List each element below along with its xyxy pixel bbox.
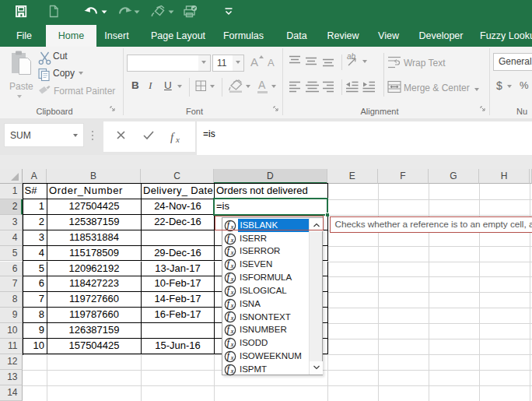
svg-text:x: x [230,276,234,283]
svg-text:ab: ab [347,52,356,61]
svg-text:x: x [230,289,234,296]
svg-text:f: f [170,131,175,143]
svg-text:x: x [230,368,234,375]
svg-text:x: x [175,135,180,144]
svg-text:x: x [230,329,234,336]
svg-text:x: x [230,250,234,257]
svg-text:x: x [230,302,234,309]
svg-text:x: x [230,354,234,361]
svg-text:x: x [230,341,234,348]
svg-text:x: x [230,237,234,244]
svg-text:x: x [230,315,234,322]
svg-text:x: x [230,262,234,269]
